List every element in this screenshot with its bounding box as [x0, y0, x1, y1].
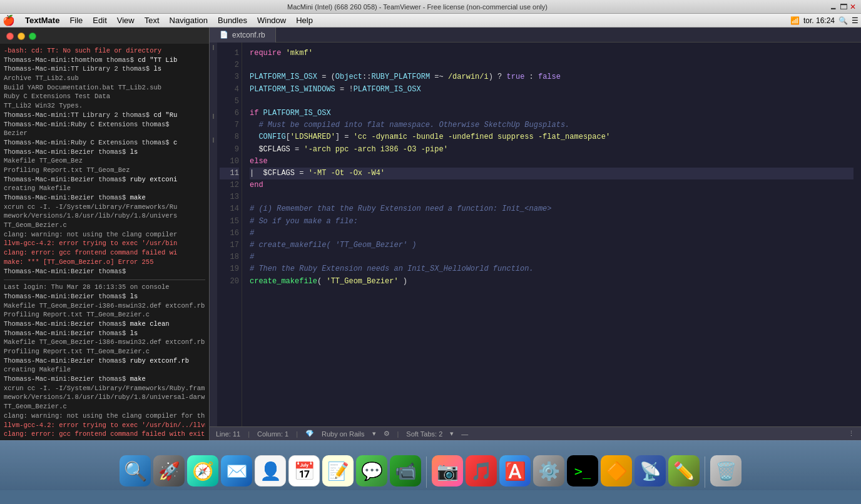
messages-icon: 💬	[356, 455, 387, 486]
dock-item-messages[interactable]: 💬	[356, 455, 387, 488]
terminal-icon: >_	[567, 455, 598, 486]
maximize-button[interactable]	[29, 33, 36, 40]
trash-icon: 🗑️	[710, 455, 741, 486]
dock-item-contacts[interactable]: 👤	[255, 455, 286, 488]
title-bar-text: MacMini (Intel) (668 260 058) - TeamView…	[5, 3, 830, 11]
term-line: creating Makefile	[4, 365, 205, 375]
menu-list-icon[interactable]: ☰	[852, 16, 858, 25]
menu-bar: 🍎 TextMate File Edit View Text Navigatio…	[0, 14, 861, 28]
term-line: Thomass-Mac-mini:Bezier thomas$ ruby ext…	[4, 175, 205, 184]
dock-item-vlc[interactable]: 🔶	[601, 455, 632, 488]
dock-item-launchpad[interactable]: 🚀	[153, 455, 185, 488]
term-line: clang: error: gcc frontend command faile…	[4, 430, 205, 439]
menu-bundles[interactable]: Bundles	[213, 14, 252, 28]
search-icon[interactable]: 🔍	[838, 16, 848, 25]
term-line: llvm-gcc-4.2: error trying to exec '/usr…	[4, 239, 205, 248]
term-line: Thomass-Mac-mini:Bezier thomas$ ruby ext…	[4, 356, 205, 366]
menu-edit[interactable]: Edit	[88, 14, 111, 28]
teamviewer-icon: 📡	[634, 455, 666, 486]
menu-navigation[interactable]: Navigation	[165, 14, 213, 28]
menu-view[interactable]: View	[112, 14, 140, 28]
ruby-icon: 💎	[305, 430, 314, 438]
term-line: Thomass-Mac-mini:Bezier thomas$ make cle…	[4, 320, 205, 329]
left-gutter	[210, 43, 217, 426]
dock-item-mail[interactable]: ✉️	[221, 455, 252, 488]
clock: tor. 16:24	[803, 16, 835, 25]
apple-logo[interactable]: 🍎	[3, 14, 15, 26]
term-line: Build YARD Documentation.bat TT_Lib2.sub	[4, 83, 205, 93]
term-line: TT_Geom_Bezier.c	[4, 402, 205, 411]
menu-textmate[interactable]: TextMate	[20, 14, 64, 28]
term-line: Thomass-Mac-mini:Bezier thomas$	[4, 267, 205, 276]
editor-content[interactable]: 12345 678910 1112131415 1617181920 requi…	[210, 43, 861, 426]
dock-item-teamviewer[interactable]: 📡	[634, 455, 666, 488]
term-line: Profiling Report.txt TT_Geom_Bezier.c	[4, 347, 205, 356]
code-line: | $CFLAGS = '-MT -Ot -Ox -W4'	[250, 168, 853, 179]
term-line: TT_Geom_Bezier.c	[4, 221, 205, 230]
dock-item-textmate[interactable]: ✏️	[668, 455, 700, 488]
term-line: mework/Versions/1.8/usr/lib/ruby/1.8/uni…	[4, 211, 205, 221]
facetime-icon: 📹	[390, 455, 421, 486]
term-line: Thomass-Mac-mini:Bezier thomas$ ls	[4, 148, 205, 157]
code-line: end	[250, 179, 853, 191]
code-area[interactable]: require 'mkmf' PLATFORM_IS_OSX = (Object…	[242, 43, 861, 426]
options-icon[interactable]: ⚙	[384, 430, 390, 438]
minimize-button[interactable]	[18, 33, 25, 40]
code-line: $CFLAGS = '-arch ppc -arch i386 -O3 -pip…	[250, 144, 853, 156]
safari-icon: 🧭	[187, 455, 218, 486]
syntax-dropdown-icon[interactable]: ▾	[372, 430, 376, 438]
term-line: Profiling Report.txt TT_Geom_Bezier.c	[4, 310, 205, 320]
dock-item-notes[interactable]: 📝	[322, 455, 354, 488]
code-line: # Then the Ruby Extension needs an Init_…	[250, 263, 853, 275]
tab-label: extconf.rb	[232, 31, 265, 39]
editor-panel: 📄 extconf.rb 12345 678910 1112131415 161…	[210, 28, 861, 440]
status-syntax[interactable]: Ruby on Rails	[322, 430, 364, 438]
term-line: mework/Versions/1.8/usr/lib/ruby/1.8/uni…	[4, 393, 205, 402]
dock-item-music[interactable]: 🎵	[466, 455, 497, 488]
menu-help[interactable]: Help	[291, 14, 318, 28]
fold-indicator-2	[213, 114, 214, 119]
dock-item-appstore[interactable]: 🅰️	[499, 455, 531, 488]
status-more-icon[interactable]: ⋮	[848, 430, 855, 438]
code-line: # create_makefile( 'TT_Geom_Bezier' )	[250, 239, 853, 251]
dock-item-finder[interactable]: 🔍	[120, 455, 151, 488]
code-line	[250, 191, 853, 203]
dock: 🔍 🚀 🧭 ✉️ 👤 📅 📝 💬	[0, 440, 861, 490]
term-line: Ruby C Extensions Test Data	[4, 92, 205, 101]
code-line	[250, 59, 853, 71]
dock-item-facetime[interactable]: 📹	[390, 455, 421, 488]
code-line: create_makefile( 'TT_Geom_Bezier' )	[250, 276, 853, 288]
menu-text[interactable]: Text	[140, 14, 165, 28]
status-line: Line: 11	[216, 430, 240, 438]
term-line: clang: error: gcc frontend command faile…	[4, 248, 205, 258]
menu-window[interactable]: Window	[252, 14, 291, 28]
music-icon: 🎵	[466, 455, 497, 486]
code-line: if PLATFORM_IS_OSX	[250, 108, 853, 119]
dock-item-systemprefs[interactable]: ⚙️	[533, 455, 564, 488]
term-line: Thomass-Mac-mini:thomthom thomas$ cd "TT…	[4, 56, 205, 65]
status-dash: —	[461, 430, 468, 438]
dock-item-photos[interactable]: 📷	[432, 455, 463, 488]
vlc-icon: 🔶	[601, 455, 632, 486]
term-line: xcrun cc -I. -I/System/Library/Framework…	[4, 384, 205, 393]
window-controls: 🗕 🗖 ✕	[830, 3, 856, 11]
main-layout: -bash: cd: TT: No such file or directory…	[0, 28, 861, 440]
code-line: PLATFORM_IS_OSX = (Object::RUBY_PLATFORM…	[250, 71, 853, 83]
term-line: Makefile TT_Geom_Bezier-i386-mswin32.def…	[4, 338, 205, 347]
term-line: Makefile TT_Geom_Bezier-i386-mswin32.def…	[4, 301, 205, 311]
menu-file[interactable]: File	[64, 14, 88, 28]
editor-tab-extconf[interactable]: 📄 extconf.rb	[210, 28, 276, 43]
status-tabs: Soft Tabs: 2	[406, 430, 442, 438]
title-bar: MacMini (Intel) (668 260 058) - TeamView…	[0, 0, 861, 14]
term-line: Profiling Report.txt TT_Geom_Bez	[4, 166, 205, 175]
dock-item-calendar[interactable]: 📅	[288, 455, 320, 488]
dock-item-safari[interactable]: 🧭	[187, 455, 218, 488]
terminal-top-panel: -bash: cd: TT: No such file or directory…	[0, 28, 210, 440]
systemprefs-icon: ⚙️	[533, 455, 564, 486]
line-numbers: 12345 678910 1112131415 1617181920	[217, 43, 242, 426]
terminal-top-content[interactable]: -bash: cd: TT: No such file or directory…	[0, 44, 209, 440]
dock-item-terminal[interactable]: >_	[567, 455, 598, 488]
dock-item-trash[interactable]: 🗑️	[710, 455, 741, 488]
tabs-dropdown[interactable]: ▾	[450, 430, 454, 438]
close-button[interactable]	[6, 33, 14, 40]
